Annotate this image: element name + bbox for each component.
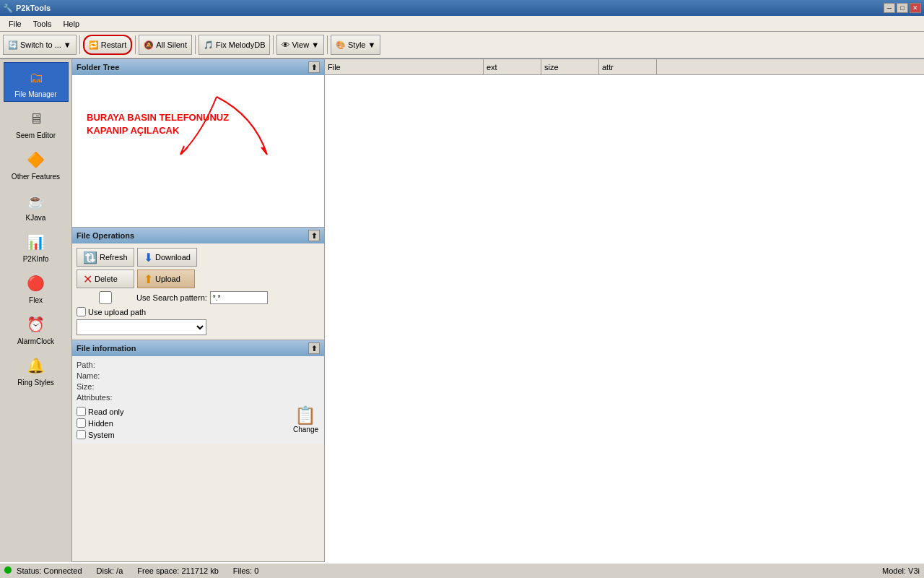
style-label: Style [348, 40, 365, 49]
readonly-checkbox[interactable] [77, 407, 86, 416]
restore-button[interactable]: □ [897, 3, 908, 13]
readonly-label: Read only [88, 407, 124, 416]
upload-path-row: Use upload path [77, 307, 320, 316]
style-button[interactable]: 🎨 Style ▼ [331, 35, 380, 55]
delete-button[interactable]: ✕ Delete [77, 269, 134, 288]
search-pattern-checkbox[interactable] [77, 291, 134, 304]
other-features-icon: 🔶 [25, 148, 48, 171]
file-ops-collapse[interactable]: ⬆ [308, 230, 320, 241]
download-button[interactable]: ⬇ Download [137, 248, 197, 267]
menu-file[interactable]: File [3, 18, 27, 30]
hidden-check-label[interactable]: Hidden [77, 418, 124, 428]
col-header-size: size [541, 59, 599, 74]
ops-row-1: 🔃 Refresh ⬇ Download [77, 248, 320, 267]
folder-tree-header[interactable]: Folder Tree ⬆ [72, 59, 324, 75]
all-silent-button[interactable]: 🔕 All Silent [139, 35, 192, 55]
switch-arrow: ▼ [64, 40, 71, 49]
main-container: 🗂 File Manager 🖥 Seem Editor 🔶 Other Fea… [0, 59, 924, 562]
restart-button[interactable]: 🔁 Restart [83, 35, 132, 55]
sidebar-item-file-manager[interactable]: 🗂 File Manager [4, 62, 69, 102]
delete-icon: ✕ [83, 272, 92, 286]
fix-melody-button[interactable]: 🎵 Fix MelodyDB [199, 35, 270, 55]
toolbar-sep-4 [273, 35, 274, 54]
sidebar-item-kjava[interactable]: ☕ KJava [4, 186, 69, 225]
upload-path-check-label[interactable]: Use upload path [77, 307, 146, 316]
search-pattern-input[interactable] [210, 291, 268, 304]
minimize-button[interactable]: ─ [884, 3, 895, 13]
status-model: Model: V3i [882, 566, 920, 575]
download-icon: ⬇ [144, 251, 153, 264]
file-info-collapse[interactable]: ⬆ [308, 342, 320, 354]
upload-icon: ⬆ [144, 272, 153, 286]
annotation-line1: BURAYA BASIN TELEFONUNUZ [87, 111, 229, 124]
system-check-label[interactable]: System [77, 430, 124, 439]
sidebar-flex-label: Flex [29, 296, 43, 304]
sidebar-item-ring-styles[interactable]: 🔔 Ring Styles [4, 350, 69, 390]
col-header-attr: attr [599, 59, 657, 74]
p2kinfo-icon: 📊 [25, 230, 48, 254]
upload-path-select-row [77, 319, 320, 335]
status-files: Files: 0 [233, 566, 258, 575]
file-information-header[interactable]: File information ⬆ [72, 340, 324, 356]
content-area: Folder Tree ⬆ BURAYA BASIN TELEFONUNUZ K… [72, 59, 924, 562]
search-pattern-check-label[interactable]: Use Search pattern: [77, 291, 207, 304]
status-connected: Status: Connected [4, 566, 82, 575]
upload-path-select[interactable] [77, 319, 206, 335]
system-checkbox[interactable] [77, 430, 86, 439]
change-label: Change [293, 426, 318, 434]
alarmclock-icon: ⏰ [25, 313, 48, 336]
sidebar-item-p2kinfo[interactable]: 📊 P2KInfo [4, 227, 69, 267]
toolbar-sep-5 [327, 35, 328, 54]
system-label: System [88, 431, 115, 439]
path-row: Path: [77, 361, 320, 369]
close-button[interactable]: ✕ [910, 3, 921, 13]
sidebar-item-flex[interactable]: 🔴 Flex [4, 268, 69, 308]
window-title: P2kTools [16, 4, 51, 12]
file-operations-section: File Operations ⬆ 🔃 Refresh ⬇ Download [72, 228, 324, 340]
name-label: Name: [77, 371, 100, 380]
sidebar-item-other-features[interactable]: 🔶 Other Features [4, 144, 69, 184]
toolbar-sep-3 [195, 35, 196, 54]
search-pattern-row: Use Search pattern: [77, 291, 320, 304]
ring-styles-icon: 🔔 [25, 354, 48, 377]
menu-help[interactable]: Help [57, 18, 85, 30]
path-label: Path: [77, 361, 95, 369]
restart-icon: 🔁 [89, 40, 99, 50]
menu-tools[interactable]: Tools [27, 18, 58, 30]
file-manager-icon: 🗂 [25, 66, 48, 89]
status-dot [4, 566, 12, 574]
sidebar-item-seem-editor[interactable]: 🖥 Seem Editor [4, 103, 69, 143]
size-row: Size: [77, 382, 320, 391]
readonly-check-label[interactable]: Read only [77, 407, 124, 416]
sidebar-item-alarmclock[interactable]: ⏰ AlarmClock [4, 309, 69, 349]
change-btn-area: 📋 Change [292, 404, 320, 435]
folder-tree-section: Folder Tree ⬆ BURAYA BASIN TELEFONUNUZ K… [72, 59, 324, 228]
sidebar-kjava-label: KJava [26, 214, 46, 222]
refresh-button[interactable]: 🔃 Refresh [77, 248, 134, 267]
folder-tree-collapse[interactable]: ⬆ [308, 61, 320, 73]
view-button[interactable]: 👁 View ▼ [276, 35, 324, 55]
toolbar-sep-2 [135, 35, 136, 54]
hidden-checkbox[interactable] [77, 418, 86, 428]
sidebar-ring-styles-label: Ring Styles [17, 379, 54, 387]
view-label: View [292, 40, 309, 49]
upload-path-checkbox[interactable] [77, 307, 86, 316]
status-free-space: Free space: 211712 kb [137, 566, 219, 575]
toolbar: 🔄 Switch to ... ▼ 🔁 Restart 🔕 All Silent… [0, 32, 924, 59]
file-information-title: File information [77, 344, 136, 353]
change-icon: 📋 [295, 405, 316, 426]
file-operations-header[interactable]: File Operations ⬆ [72, 228, 324, 243]
change-button[interactable]: 📋 Change [292, 404, 320, 435]
upload-path-label: Use upload path [88, 308, 146, 316]
kjava-icon: ☕ [25, 189, 48, 212]
file-operations-title: File Operations [77, 231, 134, 240]
switch-to-button[interactable]: 🔄 Switch to ... ▼ [3, 35, 77, 55]
file-list-header: File ext size attr [325, 59, 924, 75]
sidebar-p2kinfo-label: P2KInfo [23, 255, 49, 263]
sidebar-file-manager-label: File Manager [14, 90, 56, 98]
refresh-label: Refresh [100, 253, 128, 262]
upload-button[interactable]: ⬆ Upload [137, 269, 195, 288]
toolbar-sep-1 [79, 35, 80, 54]
view-icon: 👁 [282, 40, 289, 49]
switch-label: Switch to ... [20, 40, 61, 49]
